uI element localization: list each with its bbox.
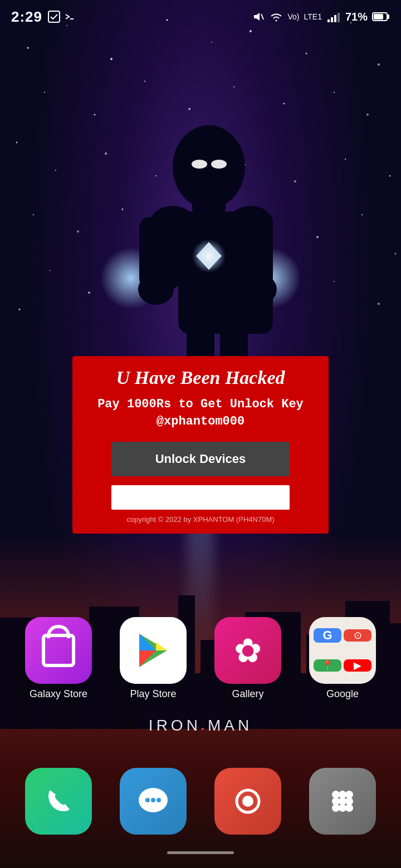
svg-point-17 [16, 142, 18, 144]
dock-messages-icon[interactable] [120, 768, 187, 835]
svg-point-6 [306, 53, 307, 55]
svg-point-26 [33, 214, 34, 215]
svg-line-76 [261, 14, 263, 19]
brand-dot: ● [201, 726, 208, 732]
svg-point-51 [173, 125, 245, 209]
svg-point-52 [192, 160, 207, 169]
status-right: Vo) LTE1 71% [252, 11, 390, 23]
svg-point-35 [19, 309, 21, 310]
svg-point-102 [345, 804, 353, 812]
app-row: Galaxy Store Play Store ✿ Gallery [0, 617, 401, 700]
svg-point-48 [138, 274, 174, 305]
play-store-label: Play Store [130, 688, 176, 700]
svg-rect-83 [374, 14, 383, 19]
svg-point-25 [389, 175, 391, 177]
svg-point-94 [332, 791, 340, 798]
youtube-icon: ▶ [344, 659, 371, 672]
svg-rect-82 [388, 14, 389, 19]
svg-point-90 [151, 798, 155, 802]
messages-icon [135, 785, 172, 818]
svg-point-96 [345, 791, 353, 798]
svg-point-16 [366, 114, 369, 116]
bottom-dock [0, 768, 401, 835]
svg-rect-77 [327, 19, 330, 22]
svg-marker-86 [139, 650, 156, 667]
wifi-icon [269, 11, 283, 23]
app-play-store[interactable]: Play Store [111, 617, 195, 700]
dock-apps-icon[interactable] [309, 768, 376, 835]
svg-marker-85 [139, 634, 156, 650]
play-store-icon[interactable] [120, 617, 187, 684]
google-icon[interactable]: G ⊙ 📍 ▶ [309, 617, 376, 684]
signal-bars-icon [326, 11, 341, 23]
gallery-label: Gallery [232, 688, 263, 700]
svg-point-30 [316, 236, 319, 238]
galaxy-store-label: Galaxy Store [30, 688, 87, 700]
terminal-icon [63, 11, 76, 23]
svg-point-33 [50, 270, 51, 271]
dock-phone-icon[interactable] [25, 768, 92, 835]
phone-icon [42, 785, 75, 818]
svg-point-10 [94, 114, 96, 116]
battery-icon [372, 12, 390, 22]
svg-marker-87 [156, 642, 167, 650]
svg-point-98 [339, 797, 346, 805]
svg-point-24 [345, 159, 346, 160]
svg-rect-73 [48, 11, 60, 22]
gallery-icon[interactable]: ✿ [214, 617, 281, 684]
svg-point-36 [334, 281, 335, 282]
bag-icon [42, 634, 75, 667]
svg-point-101 [339, 804, 346, 812]
galaxy-store-icon[interactable] [25, 617, 92, 684]
svg-point-32 [395, 253, 397, 255]
hack-overlay: U Have Been Hacked Pay 1000Rs to Get Unl… [72, 356, 329, 534]
screen-record-icon [231, 785, 265, 818]
svg-point-91 [157, 798, 161, 802]
app-galaxy-store[interactable]: Galaxy Store [17, 617, 100, 700]
app-gallery[interactable]: ✿ Gallery [206, 617, 290, 700]
svg-point-55 [192, 239, 226, 273]
google-label: Google [326, 688, 359, 700]
svg-point-49 [241, 274, 277, 305]
status-bar: 2:29 Vo) LTE1 [0, 0, 401, 33]
battery-percentage: 71% [345, 11, 368, 23]
nav-pill [167, 851, 234, 854]
unlock-button[interactable]: Unlock Devices [111, 442, 290, 476]
svg-point-0 [27, 47, 29, 49]
status-time: 2:29 [11, 8, 42, 26]
svg-point-4 [211, 42, 212, 43]
app-google[interactable]: G ⊙ 📍 ▶ Google [301, 617, 384, 700]
svg-point-53 [211, 160, 227, 169]
google-maps-icon: 📍 [314, 659, 341, 672]
navigation-bar [0, 837, 401, 868]
svg-point-97 [332, 797, 340, 805]
mute-icon [252, 11, 265, 23]
svg-point-95 [339, 791, 346, 798]
svg-point-37 [378, 303, 380, 305]
svg-rect-80 [338, 13, 340, 22]
dock-screen-record-icon[interactable] [214, 768, 281, 835]
play-store-logo [134, 631, 173, 670]
key-input[interactable] [111, 485, 290, 510]
svg-point-31 [361, 214, 363, 215]
copyright-text: copyright © 2022 by XPHANTOM (PH4N70M) [126, 515, 274, 524]
volte-icon: Vo) [288, 12, 300, 21]
svg-rect-78 [331, 17, 333, 22]
svg-point-8 [378, 63, 380, 66]
svg-point-34 [88, 292, 90, 294]
google-chrome-icon: ⊙ [344, 629, 371, 642]
dock-area: Galaxy Store Play Store ✿ Gallery [0, 617, 401, 746]
hack-title: U Have Been Hacked [116, 367, 285, 388]
apps-grid-icon [326, 785, 359, 818]
svg-point-100 [332, 804, 340, 812]
flower-icon: ✿ [234, 631, 262, 670]
svg-point-9 [44, 92, 45, 93]
status-left-icons [48, 11, 76, 23]
svg-point-18 [55, 170, 56, 171]
svg-point-15 [334, 92, 335, 93]
google-g-icon: G [314, 628, 341, 643]
svg-point-99 [345, 797, 353, 805]
svg-point-93 [242, 796, 253, 807]
svg-point-27 [77, 230, 79, 233]
lte-signal: LTE1 [304, 12, 322, 21]
